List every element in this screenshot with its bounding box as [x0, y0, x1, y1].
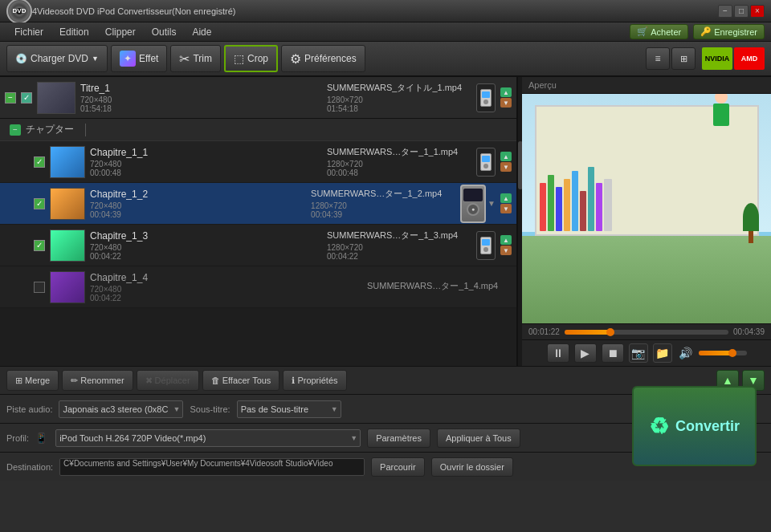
proprietes-button[interactable]: ℹ Propriétés	[283, 370, 346, 391]
play-button[interactable]: ▶	[574, 343, 597, 363]
app-title: 4Videosoft DVD iPod Convertisseur(Non en…	[32, 6, 718, 16]
chapter-2-output: SUMMERWARS…ター_1_2.mp4 1280×720 00:04:39	[311, 188, 455, 219]
title-output-name: SUMMERWARS_タイトル_1.mp4	[327, 82, 471, 94]
chapter-1-up[interactable]: ▲	[500, 152, 512, 161]
ouvrir-dossier-button[interactable]: Ouvrir le dossier	[431, 457, 513, 477]
parametres-button[interactable]: Paramètres	[367, 428, 430, 448]
chapter-3-down[interactable]: ▼	[500, 246, 512, 255]
title-device-icon[interactable]	[476, 83, 496, 112]
chapter-3-device[interactable]	[476, 231, 496, 260]
profile-select[interactable]: iPod Touch H.264 720P Video(*.mp4)	[55, 429, 361, 447]
menu-clipper[interactable]: Clipper	[97, 24, 144, 40]
nvidia-badge: NVIDIA	[702, 47, 732, 70]
chapter-3-up[interactable]: ▲	[500, 235, 512, 245]
title-checkbox[interactable]: −	[5, 92, 16, 104]
effet-icon: ✦	[120, 51, 136, 67]
deplacer-button[interactable]: ✖ Déplacer	[137, 370, 199, 391]
audio-select[interactable]: Japonais ac3 stereo (0x8C	[59, 400, 183, 418]
chapter-4-res: 720×480	[90, 285, 362, 294]
profile-select-wrapper[interactable]: iPod Touch H.264 720P Video(*.mp4) ▼	[55, 429, 361, 447]
list-view-button[interactable]: ≡	[646, 47, 670, 70]
preview-video	[522, 94, 771, 323]
volume-track[interactable]	[699, 351, 747, 355]
menu-edition[interactable]: Edition	[51, 24, 97, 40]
chapter-4-checkbox[interactable]	[34, 282, 45, 293]
chapter-2-device-select[interactable]: ● ▼	[460, 185, 496, 223]
appliquer-button[interactable]: Appliquer à Tous	[437, 428, 520, 448]
folder-button[interactable]: 📁	[653, 343, 672, 363]
titlebar: DVD 4Videosoft DVD iPod Convertisseur(No…	[0, 0, 771, 22]
enregistrer-button[interactable]: 🔑 Enregistrer	[693, 24, 765, 39]
menu-outils[interactable]: Outils	[144, 24, 185, 40]
volume-icon: 🔊	[679, 347, 692, 359]
chapter-2-checkbox[interactable]: ✓	[34, 198, 45, 209]
effet-button[interactable]: ✦ Effet	[111, 45, 167, 72]
chapter-row-selected[interactable]: ✓ Chapitre_1_2 720×480 00:04:39 SUMMERWA…	[0, 183, 516, 225]
file-list[interactable]: − ✓ Titre_1 720×480 01:54:18 SUMMERWARS_…	[0, 77, 517, 366]
chapter-row[interactable]: ✓ Chapitre_1_1 720×480 00:00:48 SUMMERWA…	[0, 141, 516, 183]
chapter-2-arrows: ▲ ▼	[500, 193, 512, 213]
stop-button[interactable]: ⏹	[602, 343, 624, 363]
acheter-button[interactable]: 🛒 Acheter	[630, 24, 688, 39]
maximize-button[interactable]: □	[734, 5, 749, 18]
chapter-2-output-dur: 00:04:39	[311, 210, 455, 219]
chapter-1-down[interactable]: ▼	[500, 162, 512, 172]
parcourir-button[interactable]: Parcourir	[371, 457, 425, 477]
chapter-4-output-name: SUMMERWARS…ター_1_4.mp4	[367, 280, 512, 292]
dropdown-arrow-icon: ▼	[92, 55, 99, 63]
title-enable-checkbox[interactable]: ✓	[21, 92, 32, 104]
chapter-2-up[interactable]: ▲	[500, 193, 512, 203]
title-up-arrow[interactable]: ▲	[500, 87, 512, 97]
chapter-collapse-button[interactable]: −	[10, 124, 21, 136]
chapter-3-output: SUMMERWARS…ター_1_3.mp4 1280×720 00:04:22	[327, 229, 471, 261]
transport-controls: ⏸ ▶ ⏹ 📷 📁 🔊	[522, 339, 771, 366]
convert-button[interactable]: ♻ Convertir	[632, 386, 757, 466]
chapter-2-output-name: SUMMERWARS…ター_1_2.mp4	[311, 188, 455, 200]
chapter-1-checkbox[interactable]: ✓	[34, 156, 45, 168]
title-row[interactable]: − ✓ Titre_1 720×480 01:54:18 SUMMERWARS_…	[0, 77, 516, 119]
chapter-row-4[interactable]: Chapitre_1_4 720×480 00:04:22 SUMMERWARS…	[0, 266, 516, 308]
audio-select-wrapper[interactable]: Japonais ac3 stereo (0x8C ▼	[59, 400, 183, 418]
convert-area: ♻ Convertir	[632, 386, 765, 474]
preferences-button[interactable]: ⚙ Préférences	[281, 45, 365, 72]
volume-thumb[interactable]	[728, 349, 736, 357]
chapter-row-3[interactable]: ✓ Chapitre_1_3 720×480 00:04:22 SUMMERWA…	[0, 225, 516, 266]
close-button[interactable]: ×	[750, 5, 765, 18]
profile-label: Profil:	[6, 433, 29, 443]
chapter-1-device[interactable]	[476, 148, 496, 177]
cart-icon: 🛒	[637, 26, 648, 37]
time-total: 00:04:39	[733, 327, 765, 336]
screenshot-button[interactable]: 📷	[629, 343, 648, 363]
progress-thumb[interactable]	[606, 328, 614, 336]
menu-aide[interactable]: Aide	[184, 24, 219, 40]
minimize-button[interactable]: −	[718, 5, 732, 18]
charger-dvd-button[interactable]: 💿 Charger DVD ▼	[6, 45, 108, 72]
chapter-4-name: Chapitre_1_4	[90, 272, 362, 283]
profile-device-icon: 📱	[35, 433, 47, 444]
title-output-info: SUMMERWARS_タイトル_1.mp4 1280×720 01:54:18	[327, 82, 471, 113]
chapter-2-down[interactable]: ▼	[500, 204, 512, 213]
crop-button[interactable]: ⬚ Crop	[224, 45, 278, 72]
menu-fichier[interactable]: Fichier	[6, 24, 51, 40]
progress-track[interactable]	[565, 330, 728, 335]
chapter-2-output-res: 1280×720	[311, 201, 455, 210]
merge-button[interactable]: ⊞ Merge	[6, 370, 59, 391]
key-icon: 🔑	[700, 26, 712, 37]
pause-button[interactable]: ⏸	[547, 343, 569, 363]
title-down-arrow[interactable]: ▼	[500, 98, 512, 108]
trim-button[interactable]: ✂ Trim	[170, 45, 221, 72]
subtitle-select[interactable]: Pas de Sous-titre	[237, 400, 341, 418]
chapter-2-res: 720×480	[90, 201, 306, 210]
chapter-3-checkbox[interactable]: ✓	[34, 240, 45, 251]
chapter-4-duration: 00:04:22	[90, 294, 362, 303]
subtitle-select-wrapper[interactable]: Pas de Sous-titre ▼	[237, 400, 341, 418]
chapter-4-info: Chapitre_1_4 720×480 00:04:22	[90, 272, 362, 303]
renommer-button[interactable]: ✏ Renommer	[62, 370, 133, 391]
subtitle-label: Sous-titre:	[190, 404, 230, 414]
chapter-2-thumbnail	[50, 188, 85, 220]
grid-view-button[interactable]: ⊞	[671, 47, 696, 70]
title-duration: 01:54:18	[80, 104, 322, 113]
title-output-res: 1280×720	[327, 95, 471, 104]
effacer-button[interactable]: 🗑 Effacer Tous	[202, 370, 280, 391]
chapter-3-thumbnail	[50, 229, 85, 262]
